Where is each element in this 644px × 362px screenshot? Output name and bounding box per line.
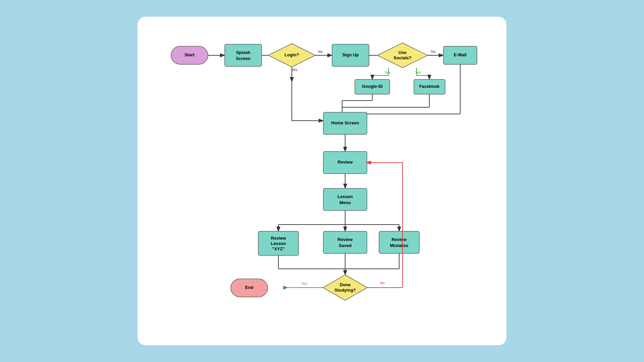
review-lesson-label3: "XYZ" xyxy=(272,246,285,251)
review-saved-label2: Saved xyxy=(339,243,352,248)
socials-no-label: No xyxy=(431,50,436,54)
done-label: Done xyxy=(340,282,351,287)
signup-label: Sign Up xyxy=(342,52,359,57)
review-mistakes-node xyxy=(379,231,419,253)
login-no-label: No xyxy=(318,50,323,54)
end-label: End xyxy=(245,285,254,290)
done-yes-label: Yes xyxy=(301,282,307,286)
done-label2: Studying? xyxy=(334,288,356,293)
flowchart-canvas: Start Splash Screen Login? No Sign Up Us… xyxy=(138,17,506,345)
yes-fb-label: Yes xyxy=(415,70,421,74)
lesson-label2: Menu xyxy=(339,200,351,205)
login-yes-label: Yes xyxy=(291,68,298,72)
lesson-menu-node xyxy=(323,188,367,210)
lesson-label: Lesson xyxy=(337,194,353,199)
splash-label: Splash xyxy=(236,50,251,55)
home-label: Home Screen xyxy=(331,120,359,125)
use-socials-label: Use xyxy=(398,50,407,55)
google-label: Google-ID xyxy=(362,84,383,89)
review-lesson-label2: Lesson xyxy=(271,241,286,246)
start-label: Start xyxy=(184,52,195,57)
splash-node xyxy=(225,44,262,66)
review-mistakes-label2: Mistakes xyxy=(390,243,409,248)
review-lesson-label: Review xyxy=(271,236,286,241)
yes-google-label: Yes xyxy=(384,70,390,74)
review-mistakes-label: Review xyxy=(392,237,407,242)
review-saved-node xyxy=(323,231,367,253)
review-saved-label: Review xyxy=(338,237,353,242)
use-socials-label2: Socials? xyxy=(393,55,412,60)
login-label: Login? xyxy=(284,52,299,57)
review-label: Review xyxy=(338,160,353,165)
no-label: No xyxy=(380,281,385,285)
splash-label2: Screen xyxy=(236,56,250,61)
email-label: E-Mail xyxy=(454,52,467,57)
facebook-label: Facebook xyxy=(419,84,440,89)
